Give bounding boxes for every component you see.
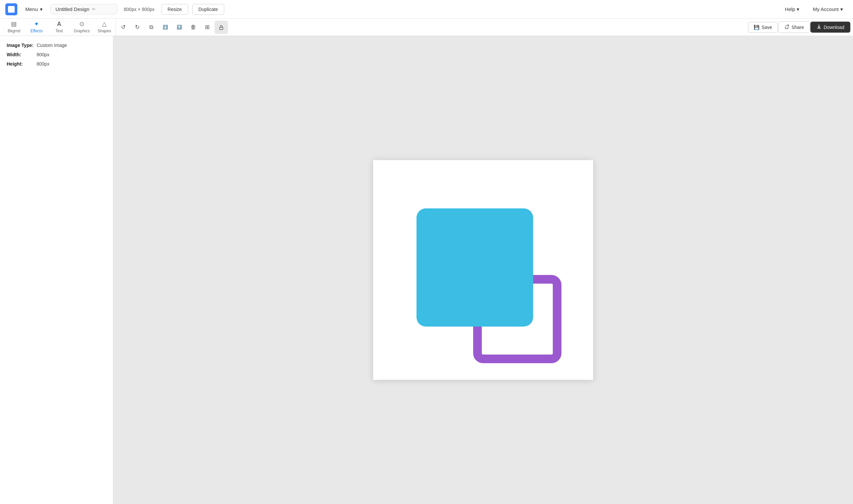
canvas-size: 800px × 800px: [121, 7, 157, 12]
tab-effects[interactable]: ✦ Effects: [25, 18, 48, 37]
width-label: Width:: [7, 52, 37, 57]
shape-blue[interactable]: [417, 209, 533, 327]
tab-graphics-label: Graphics: [74, 29, 90, 33]
design-title: Untitled Design: [56, 6, 90, 12]
height-row: Height: 800px: [7, 61, 106, 67]
width-row: Width: 800px: [7, 52, 106, 57]
save-button[interactable]: 💾 Save: [748, 22, 778, 33]
account-button[interactable]: My Account ▾: [808, 4, 848, 14]
side-tabs-row: ▤ Bkgrnd ✦ Effects A Text ⊙ Graphics △ S…: [3, 19, 116, 36]
download-label: Download: [824, 25, 845, 30]
duplicate-button[interactable]: Duplicate: [192, 4, 224, 15]
help-button[interactable]: Help ▾: [780, 4, 804, 14]
edit-icon: ✏: [92, 7, 95, 12]
undo-button[interactable]: ↺: [117, 21, 130, 34]
share-icon: [784, 24, 789, 30]
effects-icon: ✦: [34, 20, 39, 28]
left-panel: Image Type: Custom Image Width: 800px He…: [0, 36, 113, 504]
copy-button[interactable]: ⧉: [145, 21, 158, 34]
save-label: Save: [761, 25, 772, 30]
tab-shapes-label: Shapes: [98, 29, 111, 33]
tab-bkgrnd-label: Bkgrnd: [8, 29, 20, 33]
app-logo: [5, 3, 17, 15]
canvas-area[interactable]: [113, 36, 853, 504]
canvas-container: [373, 160, 593, 380]
redo-button[interactable]: ↻: [130, 21, 144, 34]
image-type-row: Image Type: Custom Image: [7, 42, 106, 48]
account-label: My Account: [813, 6, 839, 12]
lock-button[interactable]: [214, 21, 228, 34]
menu-button[interactable]: Menu ▾: [21, 4, 47, 14]
title-area[interactable]: Untitled Design ✏: [51, 4, 117, 14]
canvas-shapes: [373, 160, 593, 380]
tab-text-label: Text: [55, 29, 63, 33]
edit-toolbar: ▤ Bkgrnd ✦ Effects A Text ⊙ Graphics △ S…: [0, 19, 853, 36]
image-type-label: Image Type:: [7, 42, 37, 48]
tab-text[interactable]: A Text: [48, 18, 71, 37]
account-chevron: ▾: [840, 6, 843, 12]
download-icon: [816, 24, 822, 30]
shapes-icon: △: [102, 20, 107, 28]
height-value: 800px: [37, 61, 49, 67]
layer-up-button[interactable]: ⬆️: [173, 21, 186, 34]
text-icon: A: [57, 21, 61, 28]
height-label: Height:: [7, 61, 37, 67]
lock-icon: [218, 24, 224, 30]
tab-bkgrnd[interactable]: ▤ Bkgrnd: [3, 18, 25, 37]
menu-label: Menu: [25, 6, 38, 12]
share-label: Share: [791, 25, 804, 30]
top-navbar: Menu ▾ Untitled Design ✏ 800px × 800px R…: [0, 0, 853, 19]
help-label: Help: [785, 6, 795, 12]
layer-down-button[interactable]: ⬇️: [159, 21, 172, 34]
grid-button[interactable]: ⊞: [201, 21, 214, 34]
main-layout: Image Type: Custom Image Width: 800px He…: [0, 36, 853, 504]
delete-button[interactable]: 🗑: [187, 21, 200, 34]
graphics-icon: ⊙: [79, 20, 84, 28]
width-value: 800px: [37, 52, 49, 57]
save-icon: 💾: [754, 25, 759, 30]
bkgrnd-icon: ▤: [11, 20, 17, 28]
app-logo-icon: [8, 6, 15, 13]
image-type-value: Custom Image: [37, 42, 67, 48]
menu-chevron: ▾: [40, 6, 43, 12]
resize-button[interactable]: Resize: [161, 4, 188, 15]
share-button[interactable]: Share: [778, 21, 810, 33]
tab-graphics[interactable]: ⊙ Graphics: [70, 18, 93, 37]
svg-rect-0: [220, 27, 223, 30]
tab-shapes[interactable]: △ Shapes: [93, 18, 116, 37]
download-button[interactable]: Download: [810, 22, 850, 33]
help-chevron: ▾: [797, 6, 799, 12]
tab-effects-label: Effects: [30, 29, 42, 33]
